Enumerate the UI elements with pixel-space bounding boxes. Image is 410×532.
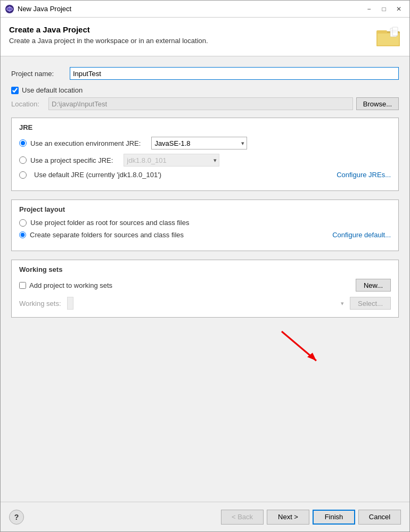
- svg-point-3: [9, 8, 11, 10]
- layout-option2-radio[interactable]: [19, 231, 26, 238]
- use-default-location-label[interactable]: Use default location: [22, 86, 83, 94]
- back-button[interactable]: < Back: [221, 510, 264, 525]
- window-controls: − □ ✕: [363, 4, 405, 14]
- working-sets-select-wrapper: [67, 297, 347, 310]
- finish-button[interactable]: Finish: [313, 510, 355, 525]
- footer-buttons: < Back Next > Finish Cancel: [221, 510, 401, 525]
- title-bar: New Java Project − □ ✕: [1, 1, 409, 18]
- jre-specific-select-wrapper: jdk1.8.0_101: [118, 154, 219, 167]
- red-arrow-svg: [271, 326, 335, 369]
- configure-default-link[interactable]: Configure default...: [332, 231, 391, 239]
- svg-rect-9: [392, 27, 398, 36]
- jre-specific-select[interactable]: jdk1.8.0_101: [124, 154, 219, 167]
- cancel-button[interactable]: Cancel: [358, 510, 401, 525]
- project-name-label: Project name:: [11, 70, 70, 78]
- next-button[interactable]: Next >: [267, 510, 309, 525]
- working-sets-title: Working sets: [19, 265, 391, 273]
- project-layout-group: Project layout Use project folder as roo…: [11, 200, 399, 251]
- jre-env-select-wrapper: JavaSE-1.8 JavaSE-11 JavaSE-17: [146, 137, 247, 149]
- header-folder-icon: [375, 25, 401, 48]
- jre-group: JRE Use an execution environment JRE: Ja…: [11, 118, 399, 191]
- jre-group-title: JRE: [19, 123, 391, 131]
- add-working-sets-label[interactable]: Add project to working sets: [29, 281, 112, 289]
- new-java-project-dialog: New Java Project − □ ✕ Create a Java Pro…: [0, 0, 410, 532]
- dialog-footer: ? < Back Next > Finish Cancel: [1, 502, 409, 531]
- use-default-location-row: Use default location: [11, 86, 399, 94]
- project-layout-title: Project layout: [19, 205, 391, 213]
- help-button[interactable]: ?: [9, 510, 24, 525]
- layout-option2-row: Create separate folders for sources and …: [19, 231, 391, 239]
- jre-option2-label[interactable]: Use a project specific JRE:: [30, 156, 113, 164]
- jre-option3-row: Use default JRE (currently 'jdk1.8.0_101…: [19, 171, 391, 179]
- jre-env-select[interactable]: JavaSE-1.8 JavaSE-11 JavaSE-17: [151, 137, 247, 149]
- maximize-button[interactable]: □: [378, 4, 390, 14]
- jre-option3-label[interactable]: Use default JRE (currently 'jdk1.8.0_101…: [34, 171, 161, 179]
- add-working-sets-row: Add project to working sets New...: [19, 279, 391, 292]
- jre-option3-radio[interactable]: [19, 171, 27, 179]
- jre-option1-label[interactable]: Use an execution environment JRE:: [30, 139, 141, 147]
- annotation-arrow: [11, 326, 399, 369]
- configure-jres-link[interactable]: Configure JREs...: [337, 171, 391, 179]
- add-working-sets-checkbox[interactable]: [19, 282, 26, 289]
- project-name-input[interactable]: [70, 67, 399, 80]
- dialog-title: Create a Java Project: [9, 25, 208, 34]
- project-name-row: Project name:: [11, 67, 399, 80]
- header-text: Create a Java Project Create a Java proj…: [9, 25, 208, 45]
- working-sets-select[interactable]: [67, 297, 73, 310]
- minimize-button[interactable]: −: [363, 4, 375, 14]
- use-default-location-checkbox[interactable]: [11, 87, 19, 94]
- layout-option1-label[interactable]: Use project folder as root for sources a…: [30, 219, 189, 227]
- working-sets-label: Working sets:: [19, 300, 67, 307]
- dialog-header: Create a Java Project Create a Java proj…: [1, 18, 409, 56]
- app-icon: [5, 4, 14, 14]
- location-label: Location:: [11, 100, 48, 108]
- layout-option1-row: Use project folder as root for sources a…: [19, 219, 391, 227]
- working-sets-group: Working sets Add project to working sets…: [11, 260, 399, 318]
- dialog-description: Create a Java project in the workspace o…: [9, 37, 208, 45]
- new-working-set-button[interactable]: New...: [356, 279, 391, 292]
- jre-option2-row: Use a project specific JRE: jdk1.8.0_101: [19, 154, 391, 167]
- working-sets-selector-row: Working sets: Select...: [19, 297, 391, 310]
- jre-option1-row: Use an execution environment JRE: JavaSE…: [19, 137, 391, 149]
- jre-option2-radio[interactable]: [19, 156, 27, 164]
- dialog-content: Project name: Use default location Locat…: [1, 56, 409, 502]
- close-button[interactable]: ✕: [392, 4, 405, 14]
- location-row: Location: Browse...: [11, 97, 399, 110]
- window-title: New Java Project: [18, 5, 363, 13]
- layout-option1-radio[interactable]: [19, 219, 27, 227]
- location-input[interactable]: [48, 97, 353, 110]
- jre-option1-radio[interactable]: [19, 139, 27, 147]
- browse-button[interactable]: Browse...: [356, 97, 399, 110]
- layout-option2-label[interactable]: Create separate folders for sources and …: [30, 231, 184, 239]
- select-working-set-button[interactable]: Select...: [350, 297, 391, 310]
